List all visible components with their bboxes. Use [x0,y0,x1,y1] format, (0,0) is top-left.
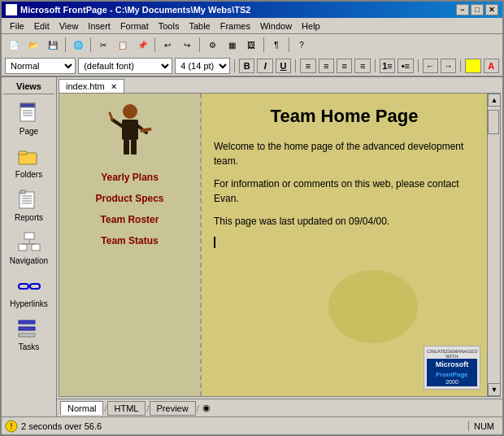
highlight-btn[interactable] [465,59,480,73]
style-dropdown[interactable]: Normal [5,58,76,74]
view-reports-label: Reports [15,213,43,222]
main-toolbar: 📄 📂 💾 🌐 ✂ 📋 📌 ↩ ↪ ⚙ ▦ 🖼 ¶ ? [2,34,502,55]
tab-preview[interactable]: Preview [150,401,196,416]
insert-img-btn[interactable]: 🖼 [242,37,260,53]
scroll-track [488,107,500,383]
nav-link-status[interactable]: Team Status [63,230,196,251]
underline-button[interactable]: U [276,59,291,73]
svg-rect-14 [19,244,27,251]
svg-rect-30 [131,140,137,155]
menu-help[interactable]: Help [297,20,325,33]
insert-table-btn[interactable]: ▦ [223,37,241,53]
bold-button[interactable]: B [239,59,254,73]
help-btn[interactable]: ? [293,37,311,53]
menu-view[interactable]: View [54,20,84,33]
view-tasks[interactable]: Tasks [5,313,54,355]
svg-line-26 [112,120,122,126]
nav-link-product[interactable]: Product Specs [63,188,196,209]
size-dropdown[interactable]: 4 (14 pt) [175,58,230,74]
toolbar-sep-1 [65,37,66,52]
font-dropdown[interactable]: (default font) [78,58,172,74]
menu-insert[interactable]: Insert [83,20,115,33]
publish-btn[interactable]: 🌐 [69,37,87,53]
indent-dec-btn[interactable]: ← [423,59,438,73]
list-ol-btn[interactable]: 1≡ [380,59,395,73]
format-sep-4 [418,59,419,72]
format-sep-2 [295,59,296,72]
menu-format[interactable]: Format [115,20,154,33]
view-hyperlinks[interactable]: Hyperlinks [5,270,54,312]
svg-rect-6 [19,151,27,155]
title-bar: FP Microsoft FrontPage - C:\My Documents… [2,2,502,18]
undo-btn[interactable]: ↩ [159,37,176,53]
redo-btn[interactable]: ↪ [178,37,196,53]
svg-rect-13 [24,233,34,239]
nav-icon-area [63,102,196,159]
svg-rect-18 [19,284,28,289]
scrollbar-vertical: ▲ ▼ [487,94,500,396]
align-left-btn[interactable]: ≡ [300,59,315,73]
menu-window[interactable]: Window [255,20,297,33]
window-title: Microsoft FrontPage - C:\My Documents\My… [20,5,250,15]
new-btn[interactable]: 📄 [5,37,23,53]
scroll-down-button[interactable]: ▼ [488,383,501,396]
view-folders[interactable]: Folders [5,141,54,182]
cut-btn[interactable]: ✂ [94,37,112,53]
svg-rect-19 [30,284,40,289]
badge-brand: Microsoft [427,359,477,370]
menu-table[interactable]: Table [184,20,215,33]
toolbar-sep-2 [90,37,91,52]
main-area: Views Page [2,77,502,416]
page-title: Team Home Page [214,106,475,127]
view-folders-label: Folders [15,170,42,179]
toolbar-sep-6 [289,37,289,52]
tab-html[interactable]: HTML [107,401,146,416]
svg-point-32 [328,270,418,343]
list-ul-btn[interactable]: •≡ [398,59,413,73]
scroll-thumb[interactable] [488,110,499,134]
tab-normal[interactable]: Normal [60,401,103,415]
nav-link-roster[interactable]: Team Roster [63,209,196,230]
view-reports[interactable]: Reports [5,184,54,225]
app-icon: FP [6,4,17,15]
minimize-button[interactable]: − [456,4,469,15]
copy-btn[interactable]: 📋 [114,37,132,53]
format-sep-1 [234,59,235,72]
indent-inc-btn[interactable]: → [441,59,456,73]
menu-tools[interactable]: Tools [154,20,185,33]
svg-text:!: ! [11,422,13,431]
info-text: For information or comments on this web,… [214,177,475,206]
svg-rect-7 [20,192,34,208]
tasks-icon [16,316,42,342]
save-btn[interactable]: 💾 [44,37,62,53]
bottom-tab-bar: Normal / HTML / Preview / ◉ [57,399,502,416]
menu-bar: File Edit View Insert Format Tools Table… [2,18,502,34]
align-center-btn[interactable]: ≡ [319,59,334,73]
close-button[interactable]: ✕ [485,4,498,15]
view-navigation[interactable]: Navigation [5,227,54,268]
svg-rect-25 [122,120,138,140]
component-btn[interactable]: ⚙ [203,37,221,53]
toolbar-sep-5 [263,37,264,52]
paste-btn[interactable]: 📌 [133,37,151,53]
close-tab-icon[interactable]: ✕ [111,82,117,91]
menu-file[interactable]: File [5,20,29,33]
view-page[interactable]: Page [5,98,54,139]
hyperlinks-icon [16,273,42,299]
open-btn[interactable]: 📂 [24,37,42,53]
nav-link-yearly[interactable]: Yearly Plans [63,167,196,188]
italic-button[interactable]: I [257,59,272,73]
main-content-area: Team Home Page Welcome to the home page … [202,94,487,396]
text-color-btn[interactable]: A [484,59,499,73]
content-frame: Yearly Plans Product Specs Team Roster T… [59,93,501,397]
align-right-btn[interactable]: ≡ [337,59,352,73]
align-justify-btn[interactable]: ≡ [354,59,370,73]
maximize-button[interactable]: □ [471,4,484,15]
scroll-up-button[interactable]: ▲ [488,94,501,107]
doc-tab-index[interactable]: index.htm ✕ [59,79,124,93]
svg-point-24 [123,104,137,119]
show-all-btn[interactable]: ¶ [267,37,285,53]
menu-frames[interactable]: Frames [215,20,255,33]
main-window: FP Microsoft FrontPage - C:\My Documents… [0,0,504,436]
menu-edit[interactable]: Edit [29,20,54,33]
